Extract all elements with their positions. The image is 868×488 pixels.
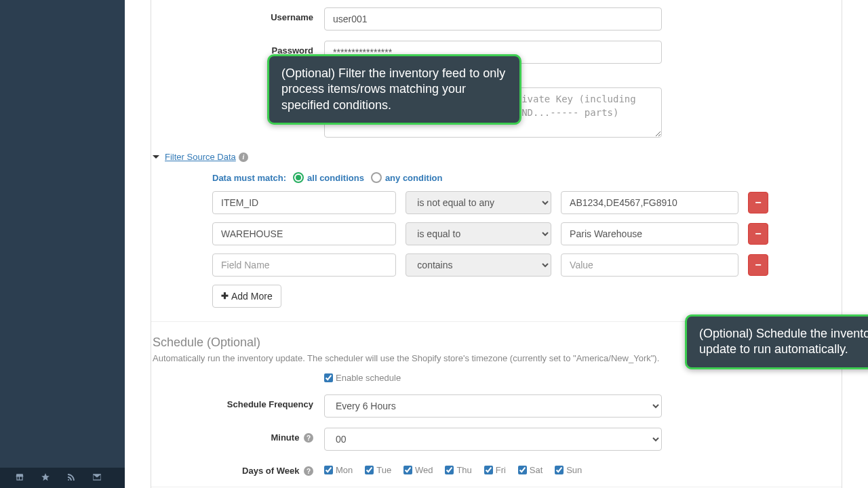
filter-operator-select[interactable]: is equal to	[406, 222, 551, 245]
add-more-button[interactable]: ✚ Add More	[212, 285, 281, 308]
help-icon[interactable]: ?	[304, 466, 313, 476]
star-icon[interactable]	[41, 472, 50, 484]
filter-operator-select[interactable]: contains	[406, 253, 551, 277]
filter-row-1: is not equal to any −	[212, 191, 768, 214]
filter-value-input[interactable]	[561, 222, 738, 245]
remove-filter-button[interactable]: −	[748, 223, 768, 245]
callout-schedule: (Optional) Schedule the inventory update…	[685, 314, 868, 369]
day-thu-checkbox[interactable]: Thu	[445, 465, 471, 475]
match-label: Data must match:	[212, 173, 286, 183]
filter-field-input[interactable]	[212, 222, 396, 245]
match-all-radio[interactable]: all conditions	[293, 172, 364, 183]
frequency-select[interactable]: Every 6 Hours	[324, 394, 662, 418]
rss-icon[interactable]	[66, 472, 76, 484]
filter-toggle[interactable]: Filter Source Data i	[153, 152, 248, 162]
shop-icon[interactable]	[15, 472, 24, 484]
sidebar-footer	[0, 468, 125, 488]
minute-select[interactable]: 00	[324, 428, 662, 451]
mail-icon[interactable]	[92, 472, 102, 484]
filter-field-input[interactable]	[212, 253, 396, 277]
radio-icon	[371, 172, 382, 183]
freq-label: Schedule Frequency	[151, 394, 324, 409]
day-fri-checkbox[interactable]: Fri	[484, 465, 506, 475]
info-icon[interactable]: i	[239, 152, 248, 162]
days-label: Days of Week ?	[151, 461, 324, 476]
day-sun-checkbox[interactable]: Sun	[555, 465, 582, 475]
main-content: Username Password Leave password blank i…	[125, 0, 868, 488]
day-wed-checkbox[interactable]: Wed	[403, 465, 433, 475]
enable-schedule-checkbox[interactable]: Enable schedule	[324, 373, 401, 383]
filter-value-input[interactable]	[561, 191, 738, 214]
filter-operator-select[interactable]: is not equal to any	[406, 191, 551, 214]
chevron-down-icon	[153, 155, 159, 159]
filter-field-input[interactable]	[212, 191, 396, 214]
remove-filter-button[interactable]: −	[748, 192, 768, 214]
callout-filter: (Optional) Filter the inventory feed to …	[267, 54, 521, 125]
filter-value-input[interactable]	[561, 253, 738, 277]
filter-toggle-link[interactable]: Filter Source Data	[165, 152, 236, 162]
sidebar	[0, 0, 125, 488]
filter-row-2: is equal to −	[212, 222, 768, 245]
remove-filter-button[interactable]: −	[748, 254, 768, 276]
day-sat-checkbox[interactable]: Sat	[518, 465, 543, 475]
day-tue-checkbox[interactable]: Tue	[365, 465, 391, 475]
help-icon[interactable]: ?	[304, 433, 313, 443]
match-any-radio[interactable]: any condition	[371, 172, 443, 183]
username-input[interactable]	[324, 7, 662, 30]
radio-icon	[293, 172, 304, 183]
plus-icon: ✚	[221, 290, 229, 303]
username-label: Username	[151, 7, 324, 22]
filter-row-3: contains −	[212, 253, 768, 277]
minute-label: Minute ?	[151, 428, 324, 443]
password-label: Password	[151, 41, 324, 56]
day-mon-checkbox[interactable]: Mon	[324, 465, 353, 475]
